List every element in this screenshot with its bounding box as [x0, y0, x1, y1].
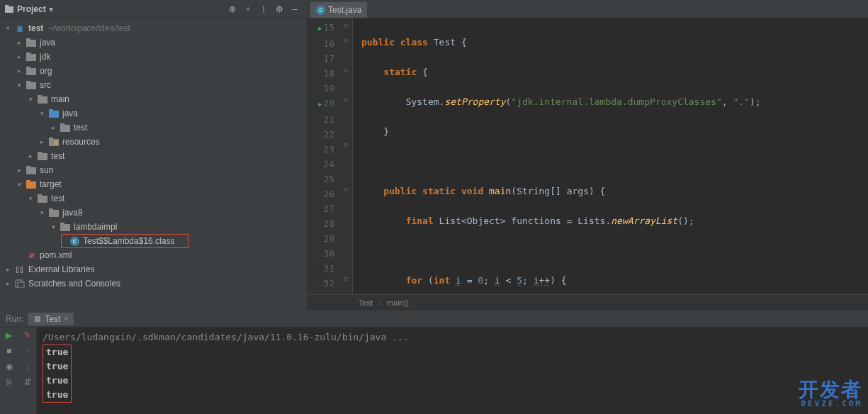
folder-icon: [26, 81, 37, 89]
watermark: 开发者 DEVZE.COM: [799, 383, 862, 411]
svg-rect-3: [26, 38, 30, 40]
editor-tab-active[interactable]: c Test.java: [310, 2, 367, 18]
svg-rect-25: [38, 196, 47, 203]
scratches-icon: [14, 279, 26, 288]
run-tool-window: Run: Test × ▶ ■ ◉ ⎘ ✎ ↑ ↓ ⇵ /Users/ludan…: [0, 310, 868, 414]
tree-item-src[interactable]: ▾ src: [0, 78, 307, 92]
rerun-icon[interactable]: ▶: [6, 330, 12, 340]
breadcrumb-class[interactable]: Test: [359, 298, 373, 307]
code-editor[interactable]: public class Test { static { System.setP…: [353, 18, 761, 294]
svg-rect-12: [49, 111, 59, 118]
svg-rect-27: [49, 210, 59, 217]
tree-item-java[interactable]: ▸ java: [0, 35, 307, 50]
svg-rect-30: [60, 223, 64, 225]
tree-item-test-dir[interactable]: ▸ test: [0, 149, 307, 163]
breadcrumb[interactable]: Test › main(): [308, 294, 868, 310]
project-dropdown-icon[interactable]: ▾: [49, 4, 53, 14]
folder-icon: [26, 166, 37, 174]
softwrap-icon[interactable]: ⇵: [24, 377, 31, 387]
svg-rect-22: [26, 166, 30, 168]
project-icon: [4, 4, 14, 14]
line-number-gutter[interactable]: ▶1516171819▶20212223242526272829303132: [308, 18, 340, 294]
run-config-icon: [33, 315, 42, 323]
breadcrumb-method[interactable]: main(): [387, 298, 409, 307]
svg-rect-4: [26, 54, 36, 61]
svg-rect-6: [26, 68, 36, 75]
svg-rect-7: [26, 67, 30, 69]
folder-icon: [37, 194, 48, 203]
select-opened-file-icon[interactable]: ⊕: [225, 4, 240, 14]
folder-icon: [37, 152, 48, 160]
svg-rect-23: [26, 181, 36, 189]
tree-item-lambdaimpl[interactable]: ▾ lambdaimpl: [0, 220, 307, 234]
tree-item-scratches[interactable]: ▸ Scratches and Consoles: [0, 276, 307, 291]
maven-icon: m: [26, 250, 37, 260]
class-file-icon: c: [69, 237, 80, 246]
edit-icon[interactable]: ✎: [24, 330, 31, 340]
project-title: Project: [17, 4, 46, 14]
stop-icon[interactable]: ■: [6, 346, 11, 356]
svg-rect-20: [38, 152, 42, 154]
tree-item-resources[interactable]: ▸ resources: [0, 135, 307, 149]
tree-item-main-java[interactable]: ▾ java: [0, 106, 307, 121]
editor-area: c Test.java ▶1516171819▶2021222324252627…: [308, 0, 868, 310]
run-tools-left: ▶ ■ ◉ ⎘: [0, 328, 18, 414]
up-icon[interactable]: ↑: [26, 346, 30, 356]
resources-folder-icon: [48, 138, 60, 146]
tree-item-java8[interactable]: ▾ java8: [0, 206, 307, 220]
tree-item-main[interactable]: ▾ main: [0, 92, 307, 106]
libraries-icon: ⫿⫿: [14, 264, 26, 274]
svg-rect-19: [38, 153, 47, 160]
folder-icon: [26, 52, 37, 61]
class-icon: c: [316, 6, 325, 15]
fold-gutter[interactable]: ⊟⊟ ⊟ ⊟ ⊟ ⊟ ⊟: [340, 18, 353, 294]
hide-icon[interactable]: –: [287, 4, 303, 14]
tree-item-jdk[interactable]: ▸ jdk: [0, 50, 307, 64]
run-tab[interactable]: Test ×: [28, 313, 74, 325]
tree-item-external-libraries[interactable]: ▸⫿⫿ External Libraries: [0, 262, 307, 276]
console-command: /Users/ludangxin/.sdkman/candidates/java…: [43, 330, 862, 345]
console-results-highlight: true true true true: [43, 345, 72, 403]
svg-rect-32: [18, 282, 24, 288]
tree-item-test-pkg[interactable]: ▸ test: [0, 121, 307, 135]
editor-tabs[interactable]: c Test.java: [308, 0, 868, 18]
svg-rect-5: [26, 52, 30, 55]
tree-item-pom[interactable]: m pom.xml: [0, 248, 307, 262]
svg-rect-15: [60, 123, 64, 125]
svg-rect-18: [55, 141, 57, 145]
excluded-folder-icon: [26, 180, 37, 189]
folder-icon: [48, 208, 60, 217]
source-folder-icon: [48, 109, 60, 118]
project-toolwindow-header[interactable]: Project ▾ ⊕ ÷ | ⚙ –: [0, 0, 307, 18]
folder-icon: [60, 223, 71, 231]
svg-rect-1: [5, 5, 9, 7]
run-tools-second: ✎ ↑ ↓ ⇵: [18, 328, 37, 414]
svg-rect-10: [38, 96, 47, 103]
tree-item-lambda-class[interactable]: c Test$$Lambda$16.class: [61, 234, 188, 248]
expand-all-icon[interactable]: ÷: [240, 4, 256, 14]
close-icon[interactable]: ×: [63, 314, 68, 324]
run-label: Run:: [6, 314, 23, 324]
down-icon[interactable]: ↓: [26, 362, 30, 371]
svg-rect-9: [26, 81, 30, 83]
svg-rect-13: [49, 109, 53, 111]
console-output[interactable]: /Users/ludangxin/.sdkman/candidates/java…: [37, 328, 868, 414]
tree-item-target[interactable]: ▾ target: [0, 177, 307, 191]
settings-icon[interactable]: ⚙: [271, 4, 287, 14]
svg-rect-0: [5, 6, 13, 13]
svg-rect-17: [49, 138, 53, 140]
project-tree[interactable]: ▾ ▣ test ~/workspace/idea/test ▸ java ▸ …: [0, 18, 307, 310]
tree-item-org[interactable]: ▸ org: [0, 64, 307, 78]
module-icon: ▣: [14, 23, 26, 33]
exit-icon[interactable]: ⎘: [6, 377, 11, 387]
svg-rect-21: [26, 167, 36, 174]
svg-rect-2: [26, 40, 36, 47]
tree-item-target-test[interactable]: ▾ test: [0, 191, 307, 206]
project-sidebar: Project ▾ ⊕ ÷ | ⚙ – ▾ ▣ test ~/workspace…: [0, 0, 308, 310]
svg-rect-26: [38, 194, 42, 196]
tree-root[interactable]: ▾ ▣ test ~/workspace/idea/test: [0, 21, 307, 35]
dump-icon[interactable]: ◉: [6, 362, 13, 371]
tree-item-sun[interactable]: ▸ sun: [0, 163, 307, 177]
svg-rect-28: [49, 208, 53, 211]
run-header[interactable]: Run: Test ×: [0, 310, 868, 328]
